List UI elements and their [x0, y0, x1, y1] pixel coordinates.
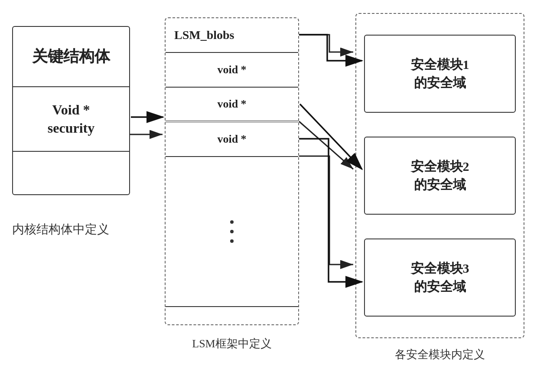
right-outer-box: 安全模块1的安全域 安全模块2的安全域 安全模块3的安全域 [355, 13, 524, 338]
dot-3 [230, 239, 234, 243]
svg-line-2 [299, 121, 353, 169]
right-box-2: 安全模块2的安全域 [364, 137, 516, 215]
dot-1 [230, 220, 234, 224]
right-box-1: 安全模块1的安全域 [364, 35, 516, 113]
dot-2 [230, 230, 234, 233]
mid-bottom-label: LSM框架中定义 [165, 336, 299, 351]
diagram-container: 关键结构体 Void *security 内核结构体中定义 LSM_blobs … [0, 0, 537, 392]
left-structure-box: 关键结构体 Void *security [12, 26, 130, 195]
mid-row-3: void * [166, 122, 298, 157]
mid-box-header: LSM_blobs [166, 18, 298, 53]
right-bottom-label: 各安全模块内定义 [355, 347, 524, 362]
left-bottom-label: 内核结构体中定义 [12, 221, 109, 238]
left-box-mid-label: Void *security [13, 87, 129, 152]
left-box-top-label: 关键结构体 [13, 27, 129, 87]
mid-box-empty-bottom [166, 307, 298, 324]
mid-box-dots [166, 157, 298, 307]
mid-row-1: void * [166, 53, 298, 88]
left-box-bottom-empty [13, 152, 129, 194]
svg-line-5 [300, 104, 362, 169]
right-box-3: 安全模块3的安全域 [364, 238, 516, 317]
mid-row-2: void * [166, 88, 298, 122]
mid-lsm-box: LSM_blobs void * void * void * [165, 17, 299, 325]
